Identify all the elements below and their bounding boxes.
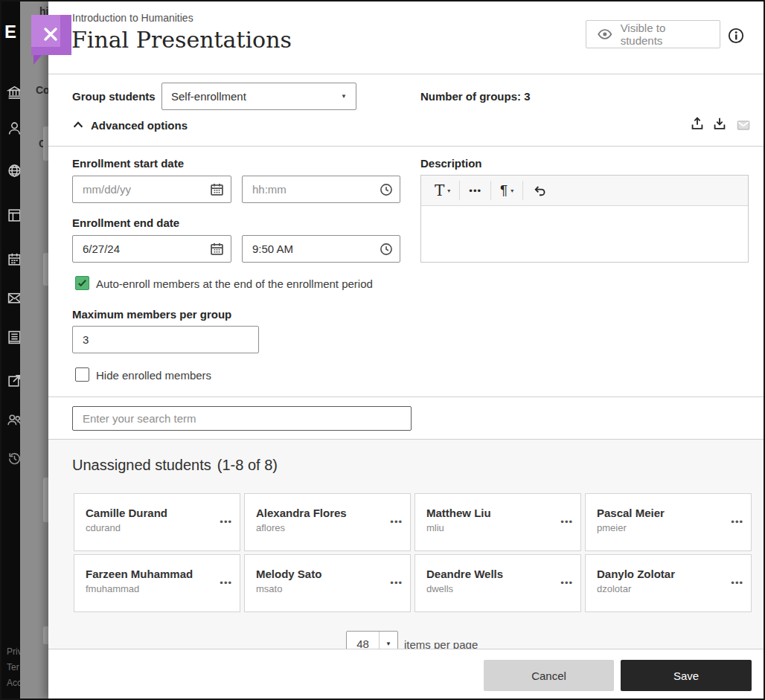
text-style-button[interactable]: T ▾ <box>426 180 459 201</box>
calendar-icon[interactable] <box>7 251 20 267</box>
sidebar-nav: E Priv Ter Acc <box>1 1 20 699</box>
divider <box>48 146 764 147</box>
student-username: fmuhammad <box>86 583 214 594</box>
text-style-icon: T <box>435 182 444 199</box>
hidden-page-edge <box>43 253 48 286</box>
paragraph-icon: ¶ <box>500 182 508 199</box>
group-settings-panel: Introduction to Humanities Final Present… <box>48 1 764 699</box>
hidden-page-edge <box>43 126 48 161</box>
terms-link[interactable]: Ter <box>7 660 20 675</box>
breadcrumb-course-name: Introduction to Humanities <box>72 12 193 24</box>
courses-icon[interactable] <box>7 208 20 223</box>
kebab-menu-icon[interactable]: ••• <box>731 516 743 527</box>
kebab-menu-icon[interactable]: ••• <box>560 577 573 588</box>
groups-icon[interactable] <box>7 412 20 428</box>
save-button[interactable]: Save <box>621 660 752 691</box>
student-username: dzolotar <box>597 583 726 594</box>
chevron-down-icon: ▾ <box>510 187 513 194</box>
import-icon[interactable] <box>711 115 728 132</box>
profile-icon[interactable] <box>7 121 20 136</box>
chevron-down-icon: ▼ <box>341 93 347 100</box>
number-of-groups: Number of groups: 3 <box>420 90 531 103</box>
advanced-options-toggle[interactable]: Advanced options <box>71 118 188 132</box>
description-label: Description <box>420 157 482 170</box>
undo-icon <box>532 183 547 198</box>
start-date-input[interactable] <box>72 176 231 203</box>
messages-icon[interactable] <box>7 290 20 306</box>
kebab-menu-icon[interactable]: ••• <box>220 577 232 588</box>
description-textarea[interactable] <box>421 206 748 263</box>
close-icon <box>41 25 60 44</box>
history-icon[interactable] <box>7 451 20 466</box>
student-name: Alexandra Flores <box>256 507 385 519</box>
share-icon[interactable] <box>7 373 20 388</box>
export-icon[interactable] <box>689 115 705 132</box>
kebab-menu-icon[interactable]: ••• <box>560 516 573 527</box>
end-time-input[interactable] <box>242 235 400 263</box>
divider <box>48 396 764 397</box>
student-card: Danylo Zolotar dzolotar ••• <box>585 554 752 612</box>
student-card-grid: Camille Durand cdurand ••• Alexandra Flo… <box>74 493 753 612</box>
kebab-menu-icon[interactable]: ••• <box>731 577 743 588</box>
student-username: dwells <box>426 583 555 594</box>
student-name: Melody Sato <box>256 568 385 580</box>
info-icon[interactable] <box>728 28 744 44</box>
privacy-link[interactable]: Priv <box>7 644 20 660</box>
institution-icon[interactable] <box>7 84 20 100</box>
student-card: Matthew Liu mliu ••• <box>414 493 581 551</box>
advanced-options-label: Advanced options <box>91 119 188 132</box>
max-members-input[interactable] <box>72 326 259 353</box>
group-students-select[interactable]: Self-enrollment ▼ <box>161 83 356 110</box>
hide-members-checkbox[interactable] <box>75 367 89 382</box>
student-card: Deandre Wells dwells ••• <box>414 554 581 612</box>
chevron-down-icon: ▾ <box>447 187 450 194</box>
unassigned-heading: Unassigned students <box>72 457 211 473</box>
section-heading: Unassigned students(1-8 of 8) <box>72 457 278 474</box>
student-name: Deandre Wells <box>426 568 555 580</box>
logo-letter: E <box>4 22 16 42</box>
page-dim-overlay: hi Co C <box>20 1 48 699</box>
message-icon-disabled <box>736 118 751 132</box>
student-username: mliu <box>426 522 555 533</box>
kebab-menu-icon[interactable]: ••• <box>220 516 232 527</box>
globe-icon[interactable] <box>7 163 20 179</box>
cancel-button[interactable]: Cancel <box>484 660 614 691</box>
visibility-label: Visible to students <box>621 22 709 47</box>
student-username: pmeier <box>597 522 726 533</box>
divider <box>48 74 764 74</box>
start-time-input[interactable] <box>242 176 400 203</box>
app-window: E Priv Ter Acc hi Co C Introduction to H… <box>0 0 765 700</box>
unassigned-students-section: Unassigned students(1-8 of 8) Camille Du… <box>48 440 764 650</box>
group-students-label: Group students <box>72 90 156 103</box>
more-tools-button[interactable]: ••• <box>460 180 490 201</box>
student-name: Danylo Zolotar <box>597 568 726 580</box>
kebab-menu-icon[interactable]: ••• <box>390 516 403 527</box>
hide-members-label: Hide enrolled members <box>96 369 211 382</box>
max-members-label: Maximum members per group <box>72 308 231 321</box>
kebab-menu-icon[interactable]: ••• <box>390 577 403 588</box>
student-username: cdurand <box>86 522 214 533</box>
undo-button[interactable] <box>523 180 556 201</box>
student-card: Alexandra Flores aflores ••• <box>244 493 411 551</box>
page-title: Final Presentations <box>71 27 292 53</box>
student-name: Camille Durand <box>86 507 214 519</box>
end-date-input[interactable] <box>72 235 231 263</box>
eye-icon <box>597 26 613 42</box>
auto-enroll-label: Auto-enroll members at the end of the en… <box>96 277 373 290</box>
enrollment-end-label: Enrollment end date <box>72 216 179 229</box>
description-editor: T ▾ ••• ¶ ▾ <box>420 175 749 263</box>
chevron-up-icon <box>71 118 85 132</box>
group-students-value: Self-enrollment <box>171 90 246 103</box>
modal-footer: Cancel Save <box>48 649 764 699</box>
auto-enroll-checkbox[interactable] <box>75 276 89 290</box>
hidden-page-text: Co <box>36 84 48 96</box>
bubble-tail <box>33 55 50 65</box>
student-name: Farzeen Muhammad <box>86 568 214 580</box>
accessibility-link[interactable]: Acc <box>7 675 20 691</box>
paragraph-button[interactable]: ¶ ▾ <box>491 180 522 201</box>
hidden-page-edge <box>43 626 48 644</box>
visibility-button[interactable]: Visible to students <box>586 20 720 48</box>
gradebook-icon[interactable] <box>7 330 20 345</box>
hidden-page-edge <box>43 478 48 522</box>
search-input[interactable] <box>72 406 412 431</box>
